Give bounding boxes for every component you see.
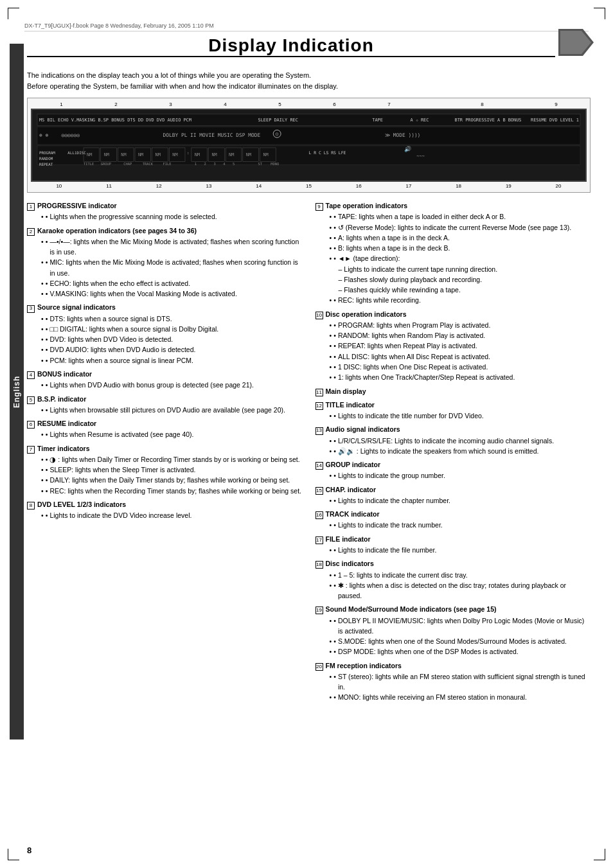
svg-text:⊕ ⊗: ⊕ ⊗	[39, 132, 48, 138]
svg-rect-10	[37, 127, 580, 145]
diag-num-16: 16	[356, 183, 362, 189]
indicator-title-5: 5B.S.P. indicator	[27, 394, 303, 404]
diag-num-8: 8	[481, 102, 483, 107]
svg-text:RESUME DVD LEVEL 1 2 3: RESUME DVD LEVEL 1 2 3	[531, 118, 582, 123]
bullet-item: •DAILY: lights when the Daily Timer stan…	[41, 475, 303, 485]
intro-text: The indications on the display teach you…	[27, 70, 591, 91]
indicator-num-18: 18	[315, 561, 323, 569]
indicator-section-14: 14GROUP indicator•Lights to indicate the…	[315, 459, 591, 481]
indicator-num-3: 3	[27, 305, 35, 313]
indicator-num-13: 13	[315, 427, 323, 435]
display-panel: MS BIL ECHO V.MASKING B.SP BONUS DTS DD …	[31, 109, 587, 182]
two-column-content: 1PROGRESSIVE indicator•Lights when the p…	[27, 200, 591, 706]
indicator-title-7: 7Timer indicators	[27, 443, 303, 454]
diag-num-3: 3	[169, 102, 172, 107]
indicator-section-8: 8DVD LEVEL 1/2/3 indicators•Lights to in…	[27, 499, 303, 521]
diag-num-9: 9	[555, 102, 557, 107]
title-section: Display Indication	[27, 35, 591, 64]
indicator-body-1: •Lights when the progressive scanning mo…	[27, 211, 303, 222]
main-content: Display Indication The indications on th…	[27, 35, 591, 706]
indicator-title-11: 11Main display	[315, 386, 591, 396]
indicator-section-3: 3Source signal indicators•DTS: lights wh…	[27, 302, 303, 366]
diag-num-5: 5	[278, 102, 281, 107]
svg-text:NM: NM	[263, 152, 268, 157]
bullet-item: •◑ : lights when Daily Timer or Recordin…	[41, 454, 303, 465]
indicator-title-17: 17FILE indicator	[315, 534, 591, 544]
bullet-item: •ECHO: lights when the echo effect is ac…	[41, 278, 303, 288]
svg-text:NM: NM	[172, 152, 177, 157]
bullet-item: •PROGRAM: lights when Program Play is ac…	[330, 320, 591, 330]
svg-text:BTR PROGRESSIVE A B BONUS: BTR PROGRESSIVE A B BONUS	[455, 118, 522, 123]
bullet-item: •Lights to indicate the group number.	[330, 470, 591, 481]
svg-text:GROUP: GROUP	[101, 162, 112, 166]
svg-text:TITLE: TITLE	[84, 162, 94, 166]
indicator-num-17: 17	[315, 536, 323, 544]
svg-text:A ⬦ REC: A ⬦ REC	[410, 118, 429, 123]
bullet-item: •B: lights when a tape is in the deck B.	[330, 243, 591, 253]
bullet-item: •Lights to indicate the track number.	[330, 520, 591, 530]
bullet-item: •1 DISC: lights when One Disc Repeat is …	[330, 362, 591, 372]
svg-text:NM: NM	[104, 152, 109, 157]
indicator-section-5: 5B.S.P. indicator•Lights when browsable …	[27, 394, 303, 416]
diag-num-14: 14	[256, 183, 262, 189]
diag-num-18-19: 18	[456, 183, 461, 189]
indicator-title-4: 4BONUS indicator	[27, 369, 303, 379]
svg-text:🔊: 🔊	[404, 145, 412, 153]
bullet-item: •Lights when Resume is activated (see pa…	[41, 429, 303, 439]
indicator-section-13: 13Audio signal indicators•L/R/C/LS/RS/LF…	[315, 424, 591, 456]
indicator-num-20: 20	[315, 663, 323, 671]
svg-text:DOLBY PL II  MOVIE  MUSIC  DSP: DOLBY PL II MOVIE MUSIC DSP MODE	[163, 132, 260, 138]
diag-num-1: 1	[60, 102, 62, 107]
indicator-title-19: 19Sound Mode/Surround Mode indicators (s…	[315, 604, 591, 614]
bullet-item: •REC: lights while recording.	[330, 295, 591, 305]
svg-text:REPEAT: REPEAT	[39, 163, 53, 166]
sub-bullet-item: –Flashes quickly while rewinding a tape.	[339, 285, 591, 295]
bullet-item: •S.MODE: lights when one of the Sound Mo…	[330, 636, 591, 646]
bullet-item: •Lights when browsable still pictures on…	[41, 405, 303, 415]
bullet-item: •ST (stereo): lights while an FM stereo …	[330, 671, 591, 693]
indicator-body-9: •TAPE: lights when a tape is loaded in e…	[315, 211, 591, 305]
indicator-num-5: 5	[27, 396, 35, 404]
sub-bullet-item: –Flashes slowly during playback and reco…	[339, 274, 591, 285]
svg-text:SLEEP DAILY REC: SLEEP DAILY REC	[258, 118, 298, 123]
diag-num-12: 12	[156, 183, 162, 189]
indicator-section-18: 18Disc indicators•1 – 5: lights to indic…	[315, 558, 591, 601]
indicator-section-6: 6RESUME indicator•Lights when Resume is …	[27, 418, 303, 440]
indicator-num-16: 16	[315, 511, 323, 519]
diag-num-13: 13	[206, 183, 212, 189]
indicator-title-15: 15CHAP. indicator	[315, 484, 591, 495]
bullet-item: •L/R/C/LS/RS/LFE: Lights to indicate the…	[330, 436, 591, 446]
svg-text:⊙: ⊙	[275, 132, 279, 136]
indicator-num-8: 8	[27, 502, 35, 509]
bullet-item: •□□ DIGITAL: lights when a source signal…	[41, 324, 303, 334]
diag-num-11: 11	[106, 183, 112, 189]
bullet-item: •V.MASKING: lights when the Vocal Maskin…	[41, 288, 303, 299]
bullet-item: •REPEAT: lights when Repeat Play is acti…	[330, 341, 591, 351]
indicator-section-4: 4BONUS indicator•Lights when DVD Audio w…	[27, 369, 303, 391]
diag-num-7: 7	[387, 102, 390, 107]
bullet-item: •RANDOM: lights when Random Play is acti…	[330, 330, 591, 341]
bullet-item: •—•/•—: lights when the Mic Mixing Mode …	[41, 236, 303, 258]
svg-text:NM: NM	[246, 152, 251, 157]
diag-num-17: 17	[405, 183, 411, 189]
svg-text:NM: NM	[211, 152, 217, 157]
language-sidebar: English	[10, 44, 24, 740]
corner-mark-tl	[8, 8, 19, 19]
indicator-body-2: •—•/•—: lights when the Mic Mixing Mode …	[27, 236, 303, 299]
diagram-container: 1 2 3 4 5 6 7 8 9 MS BIL ECHO V.MASKING …	[27, 98, 591, 193]
bullet-item: •MIC: lights when the Mic Mixing Mode is…	[41, 257, 303, 278]
indicator-num-19: 19	[315, 607, 323, 614]
sub-bullet-item: –Lights to indicate the current tape run…	[339, 264, 591, 274]
svg-text:L R C LS RS LFE: L R C LS RS LFE	[308, 150, 346, 155]
indicator-num-12: 12	[315, 402, 323, 410]
indicator-section-10: 10Disc operation indicators•PROGRAM: lig…	[315, 309, 591, 383]
indicator-section-17: 17FILE indicator•Lights to indicate the …	[315, 534, 591, 556]
indicator-num-2: 2	[27, 228, 35, 236]
indicator-num-9: 9	[315, 203, 323, 211]
indicator-title-13: 13Audio signal indicators	[315, 424, 591, 434]
diag-num-19: 19	[506, 183, 511, 189]
indicator-title-16: 16TRACK indicator	[315, 509, 591, 519]
indicator-section-2: 2Karaoke operation indicators (see pages…	[27, 226, 303, 299]
bullet-item: •Lights to indicate the title number for…	[330, 411, 591, 421]
corner-mark-br	[594, 849, 605, 860]
